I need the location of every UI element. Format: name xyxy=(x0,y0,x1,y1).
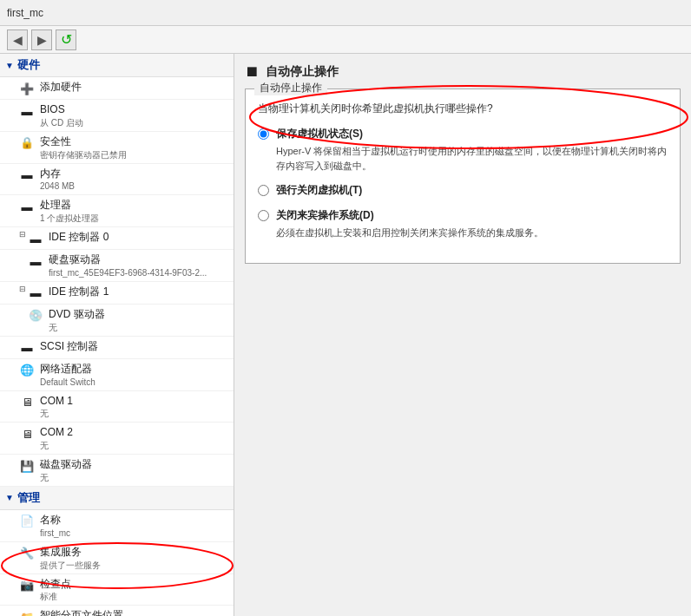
sidebar-item-smart-paging[interactable]: 📁 智能分页文件位置 C:\vmachine\first_mc xyxy=(0,606,234,616)
main-layout: ▼ 硬件 ➕ 添加硬件 ▬ BIOS 从 CD 启动 🔒 安全性 密钥存储驱动器… xyxy=(0,54,691,616)
processor-sub: 1 个虚拟处理器 xyxy=(40,213,99,224)
scsi-icon: ▬ xyxy=(19,340,35,356)
dvd-sub: 无 xyxy=(49,322,105,333)
add-hardware-label: 添加硬件 xyxy=(40,80,82,95)
sidebar-item-dvd[interactable]: 💿 DVD 驱动器 无 xyxy=(0,305,234,337)
processor-icon: ▬ xyxy=(19,199,35,214)
ide1-icon: ▬ xyxy=(28,285,43,301)
sidebar-item-ide1[interactable]: ⊟ ▬ IDE 控制器 1 xyxy=(0,282,234,305)
sidebar-item-floppy[interactable]: 💾 磁盘驱动器 无 xyxy=(0,455,234,487)
hardware-section-label: 硬件 xyxy=(17,57,40,73)
add-hardware-icon: ➕ xyxy=(19,81,35,96)
ide1-label: IDE 控制器 1 xyxy=(49,285,109,299)
hdd-label: 硬盘驱动器 xyxy=(49,252,207,267)
scsi-label: SCSI 控制器 xyxy=(40,339,98,354)
toolbar: ◀ ▶ ↺ xyxy=(0,26,691,54)
bios-icon: ▬ xyxy=(19,103,35,119)
dvd-label: DVD 驱动器 xyxy=(49,307,105,322)
radio-option-shutdown-os[interactable]: 关闭来宾操作系统(D) 必须在虚拟机上安装和启用控制关闭来宾操作系统的集成服务。 xyxy=(258,208,668,240)
network-sub: Default Switch xyxy=(40,377,95,388)
name-label: 名称 xyxy=(40,513,70,528)
ide0-label: IDE 控制器 0 xyxy=(49,230,109,245)
management-section-label: 管理 xyxy=(17,490,40,506)
sidebar-item-memory[interactable]: ▬ 内存 2048 MB xyxy=(0,164,234,196)
network-label: 网络适配器 xyxy=(40,362,95,377)
sidebar-item-name[interactable]: 📄 名称 first_mc xyxy=(0,510,234,542)
checkpoint-label: 检查点 xyxy=(40,577,71,592)
integration-sub: 提供了一些服务 xyxy=(40,560,101,571)
sidebar-item-scsi[interactable]: ▬ SCSI 控制器 xyxy=(0,337,234,359)
section-title-text: 自动停止操作 xyxy=(266,64,339,80)
ide1-expand: ⊟ xyxy=(19,285,26,293)
section-title-icon: ⏹ xyxy=(245,64,259,80)
sidebar-item-ide0[interactable]: ⊟ ▬ IDE 控制器 0 xyxy=(0,227,234,250)
security-icon: 🔒 xyxy=(19,135,35,151)
sidebar-item-com1[interactable]: 🖥 COM 1 无 xyxy=(0,391,234,423)
section-box: 自动停止操作 当物理计算机关闭时你希望此虚拟机执行哪些操作? 保存虚拟机状态(S… xyxy=(245,88,681,264)
sidebar-item-hdd[interactable]: ▬ 硬盘驱动器 first_mc_45E94EF3-6968-4314-9F03… xyxy=(0,250,234,282)
floppy-icon: 💾 xyxy=(19,458,35,474)
processor-label: 处理器 xyxy=(40,198,99,213)
sidebar-item-integration[interactable]: 🔧 集成服务 提供了一些服务 xyxy=(0,542,234,574)
section-box-label: 自动停止操作 xyxy=(254,81,327,95)
hdd-sub: first_mc_45E94EF3-6968-4314-9F03-2... xyxy=(49,267,207,279)
name-sub: first_mc xyxy=(40,528,70,539)
sidebar-item-security[interactable]: 🔒 安全性 密钥存储驱动器已禁用 xyxy=(0,132,234,164)
ide0-icon: ▬ xyxy=(28,231,43,246)
save-state-label: 保存虚拟机状态(S) xyxy=(276,127,668,141)
bios-sub: 从 CD 启动 xyxy=(40,117,83,128)
integration-icon: 🔧 xyxy=(19,546,35,561)
dvd-icon: 💿 xyxy=(28,308,43,324)
refresh-button[interactable]: ↺ xyxy=(56,29,76,50)
section-title: ⏹ 自动停止操作 xyxy=(245,64,681,80)
sidebar-item-network[interactable]: 🌐 网络适配器 Default Switch xyxy=(0,359,234,391)
hdd-icon: ▬ xyxy=(28,253,43,269)
radio-option-force-shutdown[interactable]: 强行关闭虚拟机(T) xyxy=(258,183,668,198)
title-bar-text: first_mc xyxy=(7,7,43,19)
forward-button[interactable]: ▶ xyxy=(31,29,52,50)
name-icon: 📄 xyxy=(19,514,35,529)
com1-icon: 🖥 xyxy=(19,395,35,410)
com2-icon: 🖥 xyxy=(19,426,35,442)
memory-sub: 2048 MB xyxy=(40,180,75,192)
smart-paging-label: 智能分页文件位置 xyxy=(40,608,123,616)
content-area: ⏹ 自动停止操作 自动停止操作 当物理计算机关闭时你希望此虚拟机执行哪些操作? … xyxy=(234,54,691,616)
force-shutdown-label: 强行关闭虚拟机(T) xyxy=(276,183,362,198)
sidebar-item-com2[interactable]: 🖥 COM 2 无 xyxy=(0,423,234,455)
shutdown-os-desc: 必须在虚拟机上安装和启用控制关闭来宾操作系统的集成服务。 xyxy=(276,226,543,240)
smart-paging-icon: 📁 xyxy=(19,609,35,616)
radio-save-state[interactable] xyxy=(258,128,269,140)
checkpoint-sub: 标准 xyxy=(40,591,71,602)
floppy-label: 磁盘驱动器 xyxy=(40,457,92,472)
radio-shutdown-os[interactable] xyxy=(258,210,269,221)
com1-sub: 无 xyxy=(40,408,73,419)
title-bar: first_mc xyxy=(0,0,691,26)
com1-label: COM 1 xyxy=(40,394,73,409)
sidebar-item-add-hardware[interactable]: ➕ 添加硬件 xyxy=(0,77,234,100)
management-arrow: ▼ xyxy=(5,493,14,502)
radio-option-save-state[interactable]: 保存虚拟机状态(S) Hyper-V 将保留相当于虚拟机运行时使用的内存里的磁盘… xyxy=(258,127,668,173)
hardware-arrow: ▼ xyxy=(5,61,14,70)
memory-icon: ▬ xyxy=(19,167,35,183)
network-icon: 🌐 xyxy=(19,363,35,378)
save-state-desc: Hyper-V 将保留相当于虚拟机运行时使用的内存里的磁盘空间，以便在物理计算机… xyxy=(276,144,668,173)
com2-label: COM 2 xyxy=(40,425,73,440)
com2-sub: 无 xyxy=(40,440,73,451)
sidebar: ▼ 硬件 ➕ 添加硬件 ▬ BIOS 从 CD 启动 🔒 安全性 密钥存储驱动器… xyxy=(0,54,234,616)
sidebar-item-processor[interactable]: ▬ 处理器 1 个虚拟处理器 xyxy=(0,195,234,227)
hardware-section-header[interactable]: ▼ 硬件 xyxy=(0,54,234,77)
ide0-expand: ⊟ xyxy=(19,230,26,239)
management-section-header[interactable]: ▼ 管理 xyxy=(0,487,234,510)
checkpoint-icon: 📷 xyxy=(19,578,35,593)
sidebar-item-bios[interactable]: ▬ BIOS 从 CD 启动 xyxy=(0,100,234,132)
shutdown-os-label: 关闭来宾操作系统(D) xyxy=(276,208,543,223)
memory-label: 内存 xyxy=(40,167,75,181)
security-label: 安全性 xyxy=(40,134,127,149)
question-text: 当物理计算机关闭时你希望此虚拟机执行哪些操作? xyxy=(258,102,668,116)
security-sub: 密钥存储驱动器已禁用 xyxy=(40,149,127,161)
radio-force-shutdown[interactable] xyxy=(258,185,269,196)
back-button[interactable]: ◀ xyxy=(7,29,28,50)
sidebar-item-checkpoint[interactable]: 📷 检查点 标准 xyxy=(0,574,234,606)
integration-label: 集成服务 xyxy=(40,545,101,560)
floppy-sub: 无 xyxy=(40,472,92,483)
